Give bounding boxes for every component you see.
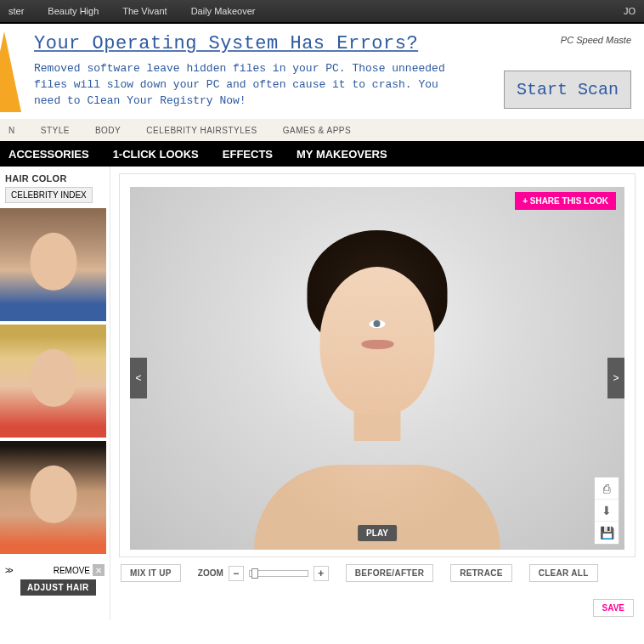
sidebar-header: HAIR COLOR [0,167,110,187]
remove-x-icon[interactable]: ✕ [93,564,105,576]
ad-text: Your Operating System Has Errors? Remove… [21,33,504,110]
scroll-arrows-icon[interactable]: >> [5,566,12,575]
cat-item-3[interactable]: CELEBRITY HAIRSTYLES [146,126,257,135]
tool-menu: ACCESSORIES 1-CLICK LOOKS EFFECTS MY MAK… [0,141,644,167]
celebrity-index-button[interactable]: CELEBRITY INDEX [5,187,93,203]
retrace-button[interactable]: RETRACE [450,564,511,582]
save-disk-icon[interactable]: 💾 [595,522,619,544]
adjust-hair-button[interactable]: ADJUST HAIR [20,579,96,596]
celebrity-thumb-3[interactable] [0,441,106,554]
top-nav-right[interactable]: JO [624,6,636,16]
top-nav-item-1[interactable]: Beauty High [48,6,99,16]
zoom-slider-track[interactable] [249,570,308,577]
canvas-frame: + SHARE THIS LOOK PLAY < > ⎙ ⬇ 💾 [119,173,636,557]
before-after-button[interactable]: BEFORE/AFTER [346,564,433,582]
zoom-slider-thumb[interactable] [251,568,258,579]
tool-menu-makeovers[interactable]: MY MAKEOVERS [297,148,387,161]
print-icon[interactable]: ⎙ [595,477,619,500]
main-area: HAIR COLOR CELEBRITY INDEX >> REMOVE ✕ A… [0,167,644,620]
next-arrow-button[interactable]: > [607,358,624,398]
celebrity-thumb-2[interactable] [0,325,106,438]
top-nav-item-3[interactable]: Daily Makeover [191,6,256,16]
cat-item-0[interactable]: N [8,126,15,135]
celebrity-thumbnails [0,208,110,554]
top-nav-item-0[interactable]: ster [8,6,24,16]
canvas-area: + SHARE THIS LOOK PLAY < > ⎙ ⬇ 💾 [110,167,644,620]
ad-title: Your Operating System Has Errors? [34,33,504,54]
zoom-in-button[interactable]: + [314,566,329,581]
celebrity-thumb-1[interactable] [0,208,106,321]
sidebar: HAIR COLOR CELEBRITY INDEX >> REMOVE ✕ A… [0,167,110,620]
remove-button[interactable]: REMOVE [54,566,90,575]
ad-body: Removed software leave hidden files in y… [34,61,459,110]
start-scan-button[interactable]: Start Scan [504,71,631,109]
cat-item-4[interactable]: GAMES & APPS [283,126,351,135]
canvas-tool-icons: ⎙ ⬇ 💾 [594,477,619,545]
download-icon[interactable]: ⬇ [595,500,619,522]
top-nav-bar: ster Beauty High The Vivant Daily Makeov… [0,0,644,24]
tool-menu-accessories[interactable]: ACCESSORIES [8,148,89,161]
cat-item-1[interactable]: STYLE [41,126,70,135]
top-nav-item-2[interactable]: The Vivant [122,6,167,16]
prev-arrow-button[interactable]: < [130,358,147,398]
zoom-label: ZOOM [198,568,223,578]
mix-it-up-button[interactable]: MIX IT UP [121,564,181,582]
warning-icon [0,31,21,112]
zoom-control: ZOOM − + [198,566,329,581]
tool-menu-effects[interactable]: EFFECTS [223,148,273,161]
play-button[interactable]: PLAY [358,525,397,541]
zoom-out-button[interactable]: − [229,566,244,581]
makeover-canvas[interactable]: PLAY [130,187,624,550]
ad-brand: PC Speed Maste [504,35,631,45]
category-menu: N STYLE BODY CELEBRITY HAIRSTYLES GAMES … [0,119,644,141]
save-button[interactable]: SAVE [593,599,635,617]
ad-banner: Your Operating System Has Errors? Remove… [0,24,644,119]
share-look-button[interactable]: + SHARE THIS LOOK [515,192,616,210]
tool-menu-1click[interactable]: 1-CLICK LOOKS [113,148,199,161]
bottom-toolbar: MIX IT UP ZOOM − + BEFORE/AFTER RETRACE … [119,557,636,617]
cat-item-2[interactable]: BODY [95,126,121,135]
clear-all-button[interactable]: CLEAR ALL [529,564,598,582]
